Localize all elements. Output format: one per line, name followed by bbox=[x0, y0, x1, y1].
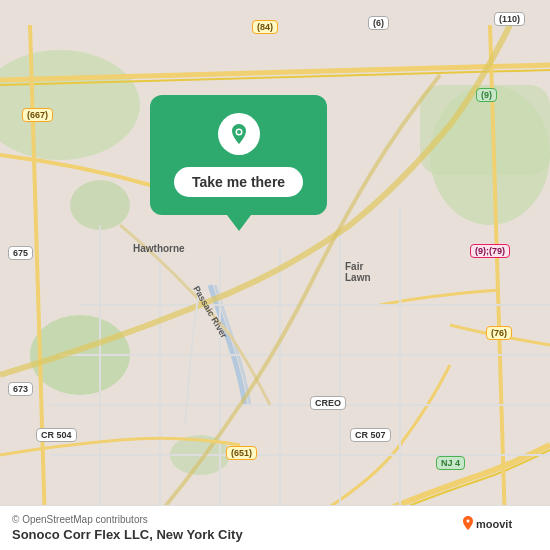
map-svg bbox=[0, 0, 550, 550]
svg-point-4 bbox=[70, 180, 130, 230]
take-me-there-button[interactable]: Take me there bbox=[174, 167, 303, 197]
route-badge-675: 675 bbox=[8, 246, 33, 260]
route-badge-creo: CREO bbox=[310, 396, 346, 410]
pin-icon bbox=[218, 113, 260, 155]
route-badge-9: (9) bbox=[476, 88, 497, 102]
popup-card: Take me there bbox=[150, 95, 327, 231]
map-container: (84) (6) (110) (9) (667) 675 (9);(79) (7… bbox=[0, 0, 550, 550]
route-badge-667: (667) bbox=[22, 108, 53, 122]
bottom-left: © OpenStreetMap contributors Sonoco Corr… bbox=[12, 514, 243, 542]
route-badge-76: (76) bbox=[486, 326, 512, 340]
route-badge-9-79: (9);(79) bbox=[470, 244, 510, 258]
svg-point-23 bbox=[237, 130, 241, 134]
route-badge-84: (84) bbox=[252, 20, 278, 34]
moovit-logo-svg: moovit bbox=[458, 514, 538, 542]
route-badge-110: (110) bbox=[494, 12, 525, 26]
bottom-bar: © OpenStreetMap contributors Sonoco Corr… bbox=[0, 505, 550, 550]
route-badge-cr504: CR 504 bbox=[36, 428, 77, 442]
route-badge-6: (6) bbox=[368, 16, 389, 30]
route-badge-nj4: NJ 4 bbox=[436, 456, 465, 470]
popup-green-box: Take me there bbox=[150, 95, 327, 215]
location-title: Sonoco Corr Flex LLC, New York City bbox=[12, 527, 243, 542]
route-badge-cr507: CR 507 bbox=[350, 428, 391, 442]
hawthorne-label: Hawthorne bbox=[130, 242, 188, 255]
svg-text:moovit: moovit bbox=[476, 518, 512, 530]
popup-triangle bbox=[227, 215, 251, 231]
route-badge-651: (651) bbox=[226, 446, 257, 460]
route-badge-673: 673 bbox=[8, 382, 33, 396]
moovit-logo: moovit bbox=[458, 514, 538, 542]
copyright-text: © OpenStreetMap contributors bbox=[12, 514, 243, 525]
fair-lawn-label: FairLawn bbox=[342, 260, 374, 284]
